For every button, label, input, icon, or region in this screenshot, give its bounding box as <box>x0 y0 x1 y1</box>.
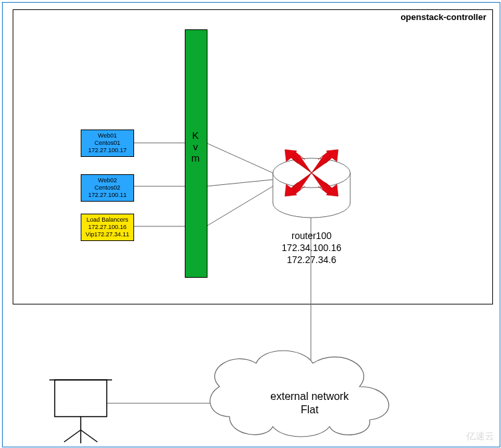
node-load-balancer: Load Balancers 172.27.100.16 Vip172.27.3… <box>81 214 134 241</box>
watermark: 亿速云 <box>466 431 494 443</box>
node-web01: Web01 Centos01 172.27.100.17 <box>81 130 134 157</box>
svg-line-20 <box>64 430 81 442</box>
controller-box <box>13 9 493 304</box>
external-network-label: external network Flat <box>256 390 363 417</box>
router-ip2: 172.27.34.6 <box>275 254 348 266</box>
lb-vip: Vip172.27.34.11 <box>81 231 133 238</box>
external-line2: Flat <box>256 403 363 417</box>
router-name: router100 <box>275 230 348 242</box>
svg-line-21 <box>81 430 97 442</box>
lb-ip: 172.27.100.16 <box>81 224 133 231</box>
router-ip1: 172.34.100.16 <box>275 242 348 254</box>
web01-ip: 172.27.100.17 <box>81 147 133 154</box>
web02-name: Web02 <box>81 177 133 184</box>
svg-rect-17 <box>55 380 107 417</box>
web01-name: Web01 <box>81 132 133 140</box>
kvm-label: Kvm <box>189 130 201 164</box>
web02-ip: 172.27.100.11 <box>81 192 133 199</box>
controller-title: openstack-controller <box>400 12 486 22</box>
web01-os: Centos01 <box>81 140 133 147</box>
node-web02: Web02 Centos02 172.27.100.11 <box>81 174 134 202</box>
lb-name: Load Balancers <box>81 216 133 224</box>
web02-os: Centos02 <box>81 184 133 192</box>
router-label: router100 172.34.100.16 172.27.34.6 <box>275 230 348 266</box>
external-line1: external network <box>256 390 363 403</box>
diagram-canvas: openstack-controller Kvm Web01 Centos01 … <box>2 2 500 447</box>
